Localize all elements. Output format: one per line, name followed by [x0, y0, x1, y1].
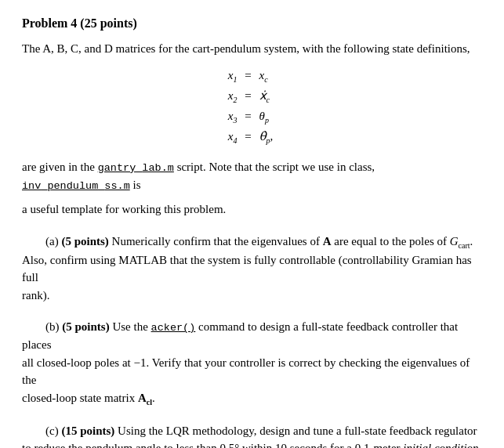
eq-row-3: x3 = θp: [206, 107, 299, 127]
part-a-line3: rank).: [22, 289, 49, 302]
eq3-lhs: x3: [206, 107, 237, 127]
part-a-text1: Numerically confirm that the eigenvalues…: [109, 235, 473, 247]
eq1-eq: =: [241, 66, 256, 86]
script-text1: are given in the: [22, 161, 98, 173]
part-c-points: (15 points): [61, 425, 114, 437]
part-b-points: (5 points): [62, 320, 109, 333]
eq2-lhs: x2: [206, 86, 237, 107]
part-c-line2: to reduce the pendulum angle to less tha…: [22, 442, 479, 448]
part-c: (c) (15 points) Using the LQR methodolog…: [22, 422, 482, 448]
eq3-rhs: θp: [259, 107, 299, 127]
part-c-text1: Using the LQR methodology, design and tu…: [114, 425, 477, 437]
eq-row-2: x2 = ẋc: [206, 86, 299, 107]
eq1-lhs: x1: [206, 66, 237, 86]
eq-row-4: x4 = θ̇p,: [206, 127, 299, 147]
part-c-label: (c): [45, 425, 61, 437]
part-a: (a) (5 points) Numerically confirm that …: [22, 233, 482, 305]
intro-paragraph: The A, B, C, and D matrices for the cart…: [22, 40, 482, 58]
eq3-eq: =: [241, 107, 256, 127]
script-line2: a useful template for working this probl…: [22, 201, 482, 219]
equations-block: x1 = xc x2 = ẋc x3 = θp x4 = θ̇p,: [22, 66, 482, 147]
script-text3: is: [130, 179, 141, 191]
part-b-line2: all closed-loop poles at −1. Verify that…: [22, 356, 470, 387]
eq4-lhs: x4: [206, 127, 237, 147]
eq4-rhs: θ̇p,: [259, 127, 299, 147]
part-a-points: (5 points): [61, 235, 108, 247]
part-b-line3: closed-loop state matrix Acl.: [22, 392, 155, 404]
script-description: are given in the gantry_lab.m script. No…: [22, 158, 482, 195]
eq1-rhs: xc: [259, 66, 299, 86]
intro-text: The A, B, C, and D matrices for the cart…: [22, 42, 470, 55]
part-a-line2: Also, confirm using MATLAB that the syst…: [22, 254, 472, 284]
eq-row-1: x1 = xc: [206, 66, 299, 86]
script-name1: gantry_lab.m: [98, 162, 174, 174]
eq4-eq: =: [241, 127, 256, 147]
problem-title: Problem 4 (25 points): [22, 14, 482, 32]
eq2-eq: =: [241, 86, 256, 107]
part-b: (b) (5 points) Use the acker() command t…: [22, 318, 482, 408]
part-b-label: (b): [45, 320, 62, 333]
script-text2: script. Note that the script we use in c…: [174, 161, 375, 173]
eq2-rhs: ẋc: [259, 86, 299, 107]
part-a-label: (a): [45, 235, 61, 247]
script-name2: inv_pendulum_ss.m: [22, 180, 130, 192]
